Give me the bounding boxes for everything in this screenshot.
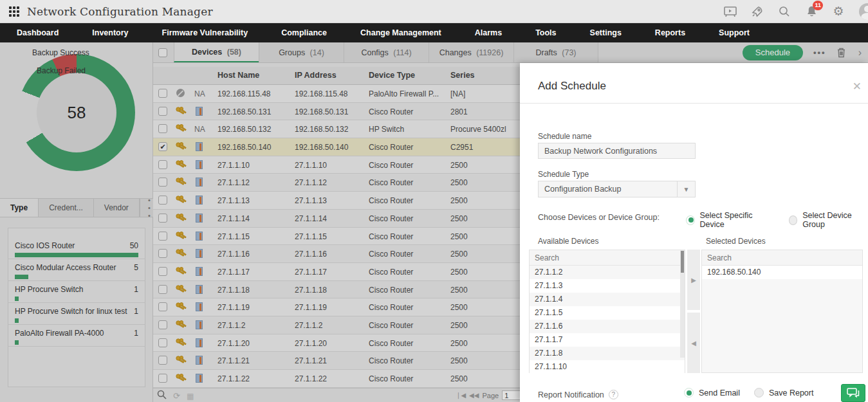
credential-keys-icon[interactable]: ...	[175, 248, 190, 259]
config-document-icon[interactable]	[196, 178, 203, 187]
rocket-icon[interactable]	[751, 5, 764, 18]
credential-keys-icon[interactable]: ...	[175, 142, 190, 152]
available-device-item[interactable]: 27.1.1.7	[530, 333, 685, 347]
row-checkbox[interactable]	[158, 196, 167, 205]
app-grid-icon[interactable]	[9, 6, 19, 17]
col-ip-address[interactable]: IP Address	[295, 71, 337, 80]
help-icon[interactable]: ?	[609, 390, 618, 399]
nav-item-compliance[interactable]: Compliance	[264, 23, 344, 42]
credential-keys-icon[interactable]: ...	[175, 177, 190, 187]
config-document-icon[interactable]	[196, 232, 203, 241]
config-document-icon[interactable]	[196, 320, 203, 329]
more-actions-icon[interactable]: •••	[813, 48, 826, 57]
selected-device-item[interactable]: 192.168.50.140	[702, 266, 862, 279]
row-checkbox[interactable]	[158, 285, 167, 294]
config-document-icon[interactable]	[196, 374, 203, 383]
available-list-scrollbar[interactable]	[680, 250, 685, 358]
row-checkbox[interactable]	[158, 124, 167, 133]
nav-item-settings[interactable]: Settings	[573, 23, 638, 42]
select-all-checkbox[interactable]	[158, 48, 167, 57]
credential-keys-icon[interactable]: ...	[175, 213, 190, 223]
move-left-icon[interactable]: ◀	[687, 313, 700, 373]
schedule-type-select[interactable]: Configuration Backup ▼	[538, 181, 696, 197]
row-checkbox[interactable]	[158, 249, 167, 258]
selected-search-input[interactable]	[702, 253, 862, 262]
row-checkbox[interactable]	[158, 267, 167, 276]
radio-save-report[interactable]	[754, 388, 764, 397]
schedule-name-input[interactable]	[538, 143, 696, 159]
credential-keys-icon[interactable]: ...	[175, 123, 190, 134]
row-checkbox[interactable]	[158, 107, 167, 116]
config-document-icon[interactable]	[196, 338, 203, 347]
credential-keys-icon[interactable]: ...	[175, 231, 190, 241]
available-device-item[interactable]: 27.1.1.4	[530, 293, 685, 306]
nav-item-support[interactable]: Support	[702, 23, 766, 42]
credential-keys-icon[interactable]: ...	[175, 320, 190, 330]
nav-item-tools[interactable]: Tools	[519, 23, 573, 42]
radio-select-device-group[interactable]	[789, 215, 798, 225]
device-type-row[interactable]: HP Procurve Switch for linux test 1	[8, 303, 145, 325]
device-type-row[interactable]: HP Procurve Switch 1	[8, 281, 145, 303]
col-device-type[interactable]: Device Type	[369, 71, 415, 80]
gear-icon[interactable]: ⚙	[832, 5, 845, 18]
config-document-icon[interactable]	[196, 285, 203, 294]
row-checkbox[interactable]	[158, 338, 167, 347]
tab-groups[interactable]: Groups (14)	[259, 42, 344, 62]
grid-view-icon[interactable]: ▦	[187, 392, 194, 401]
config-document-icon[interactable]	[196, 302, 203, 311]
tab-drafts[interactable]: Drafts (73)	[513, 42, 598, 62]
chevron-down-icon[interactable]: ▼	[677, 181, 695, 197]
sidebar-tab-type[interactable]: Type	[0, 199, 39, 217]
avatar[interactable]	[859, 3, 868, 20]
available-device-item[interactable]: 27.1.1.3	[530, 279, 685, 293]
row-checkbox[interactable]	[158, 302, 167, 311]
credential-keys-icon[interactable]: ...	[175, 355, 190, 365]
nav-item-alarms[interactable]: Alarms	[458, 23, 519, 42]
config-document-icon[interactable]	[196, 356, 203, 365]
search-icon[interactable]	[778, 5, 791, 18]
row-checkbox[interactable]	[158, 89, 167, 98]
config-document-icon[interactable]	[196, 142, 203, 151]
available-device-item[interactable]: 27.1.1.6	[530, 320, 685, 333]
bell-icon[interactable]: 11	[805, 5, 818, 18]
credential-keys-icon[interactable]: ...	[175, 373, 190, 383]
credential-keys-icon[interactable]: ...	[175, 284, 190, 295]
trash-icon[interactable]	[836, 47, 847, 59]
config-document-icon[interactable]	[196, 214, 203, 223]
device-type-row[interactable]: Cisco IOS Router 50	[8, 237, 145, 259]
row-checkbox[interactable]	[158, 320, 167, 329]
radio-select-specific-device[interactable]	[686, 215, 695, 225]
row-checkbox[interactable]	[158, 374, 167, 383]
row-checkbox[interactable]: ✔	[158, 142, 167, 151]
credential-keys-icon[interactable]: ...	[175, 302, 190, 312]
table-search-icon[interactable]	[157, 390, 167, 402]
config-document-icon[interactable]	[196, 267, 203, 276]
col-host-name[interactable]: Host Name	[217, 71, 259, 80]
schedule-button[interactable]: Schedule	[743, 45, 803, 60]
available-device-item[interactable]: 27.1.1.2	[530, 266, 685, 279]
credential-keys-icon[interactable]: ...	[175, 106, 190, 116]
nav-item-dashboard[interactable]: Dashboard	[0, 23, 75, 42]
sidebar-tab-vendor[interactable]: Vendor	[94, 199, 140, 217]
credential-keys-icon[interactable]: ...	[175, 160, 190, 170]
row-checkbox[interactable]	[158, 178, 167, 187]
config-document-icon[interactable]	[196, 160, 203, 169]
tab-configs[interactable]: Configs (114)	[344, 42, 429, 62]
credential-keys-icon[interactable]: ...	[175, 266, 190, 277]
row-checkbox[interactable]	[158, 214, 167, 223]
row-checkbox[interactable]	[158, 160, 167, 169]
radio-send-email[interactable]	[684, 388, 694, 397]
refresh-icon[interactable]: ⟳	[173, 391, 180, 401]
credential-keys-icon[interactable]: ...	[175, 195, 190, 205]
close-icon[interactable]: ✕	[853, 80, 862, 93]
tab-devices[interactable]: Devices (58)	[174, 42, 259, 62]
nav-item-reports[interactable]: Reports	[638, 23, 702, 42]
nav-item-firmware-vulnerability[interactable]: Firmware Vulnerability	[145, 23, 265, 42]
col-series[interactable]: Series	[450, 71, 475, 80]
presentation-icon[interactable]	[724, 5, 737, 18]
available-search-input[interactable]	[530, 253, 685, 262]
prev-page-icon[interactable]: ◀◀	[469, 392, 479, 399]
available-device-item[interactable]: 27.1.1.5	[530, 306, 685, 320]
device-type-row[interactable]: Cisco Modular Access Router 5	[8, 259, 145, 281]
nav-item-change-management[interactable]: Change Management	[344, 23, 458, 42]
